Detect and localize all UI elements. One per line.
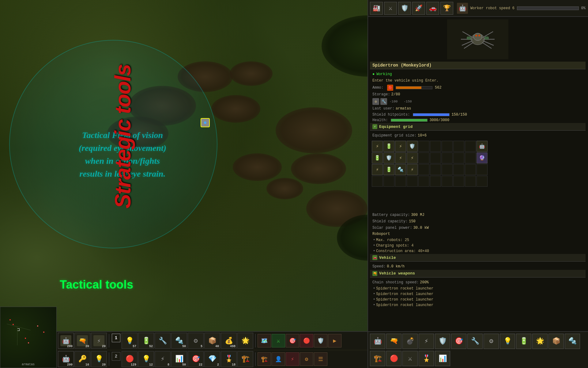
eq-cell[interactable]: [430, 152, 441, 163]
eq-cell[interactable]: [383, 176, 394, 187]
br-btn-8[interactable]: ⚙️: [484, 334, 499, 349]
tech-icon-shield[interactable]: 🛡️: [398, 2, 411, 15]
br-btn-7[interactable]: 🔧: [467, 334, 483, 349]
br-btn-1[interactable]: 🤖: [370, 334, 385, 349]
tech-icon-rocket[interactable]: 🚀: [412, 2, 425, 15]
eq-cell[interactable]: ⚡: [372, 141, 383, 152]
build-btn[interactable]: 🏗️: [258, 352, 271, 366]
target-btn[interactable]: 🎯: [286, 334, 299, 347]
br-btn-2[interactable]: 🔫: [386, 334, 401, 349]
br-btn-12[interactable]: 📦: [548, 334, 564, 349]
attack-btn[interactable]: ⚔️: [272, 334, 285, 347]
shield-btn[interactable]: 🛡️: [314, 334, 327, 347]
tech-icon-trophy[interactable]: 🏆: [440, 2, 453, 15]
br-btn-5[interactable]: 🛡️: [435, 334, 450, 349]
eq-cell[interactable]: [453, 176, 464, 187]
eq-cell[interactable]: ⚡: [395, 152, 406, 163]
hotbar-2-slot-8[interactable]: 🏗️: [237, 351, 253, 367]
eq-cell[interactable]: [442, 141, 453, 152]
hotbar-2-slot-3[interactable]: ⚡ 8: [155, 351, 171, 367]
eq-cell[interactable]: ⚡: [372, 164, 383, 175]
hotbar-1-slot-8[interactable]: 🌟: [237, 333, 253, 349]
eq-cell[interactable]: 🔋: [383, 164, 394, 175]
eq-cell[interactable]: [465, 176, 476, 187]
eq-cell[interactable]: 🔩: [395, 164, 406, 175]
eq-cell[interactable]: 🛡️: [383, 152, 394, 163]
eq-cell[interactable]: [395, 176, 406, 187]
hotbar-2-slot-5[interactable]: 🎯 22: [188, 351, 204, 367]
eq-cell[interactable]: [407, 176, 418, 187]
tech-icon-factory[interactable]: 🏭: [370, 2, 383, 15]
hotbar-2-slot-4[interactable]: 📊 50: [171, 351, 187, 367]
settings-btn[interactable]: ⚙️: [300, 352, 313, 366]
hotbar-2-slot-7[interactable]: 🎖️ 18: [221, 351, 237, 367]
br-btn-row2-2[interactable]: 🔴: [386, 351, 401, 366]
eq-cell[interactable]: [453, 164, 464, 175]
br-btn-3[interactable]: 💣: [402, 334, 418, 349]
br-btn-13[interactable]: 🔩: [565, 334, 580, 349]
menu-btn[interactable]: ☰: [314, 352, 327, 366]
minimap[interactable]: armatas: [0, 307, 57, 368]
eq-cell[interactable]: 🔋: [372, 152, 383, 163]
hotbar-1-slot-4[interactable]: 🔩 50: [171, 333, 187, 349]
eq-cell[interactable]: [418, 164, 429, 175]
character-slot-1[interactable]: 🤖 200: [58, 333, 74, 349]
bottom-toolbar[interactable]: 🤖 200 🔫 20 ⚡ 20 1 💡 57 🔋 52 🔧 🔩 5: [57, 331, 368, 368]
br-btn-11[interactable]: 🌟: [532, 334, 548, 349]
br-btn-row2-1[interactable]: 🏗️: [370, 351, 385, 366]
hotbar-1-slot-7[interactable]: 💰 498: [221, 333, 237, 349]
eq-cell[interactable]: [430, 164, 441, 175]
br-btn-6[interactable]: 🎯: [451, 334, 466, 349]
eq-cell[interactable]: [430, 176, 441, 187]
hotbar-2-slot-6[interactable]: 💎 2: [204, 351, 220, 367]
eq-cell[interactable]: [430, 141, 441, 152]
eq-cell[interactable]: [372, 176, 383, 187]
char-slot-b2[interactable]: 🔑 16: [74, 351, 90, 367]
char-slot-b1[interactable]: 🤖 200: [58, 351, 74, 367]
character-slot-2[interactable]: 🔫 20: [74, 333, 90, 349]
eq-cell[interactable]: [418, 141, 429, 152]
hotbar-1-slot-3[interactable]: 🔧: [155, 333, 171, 349]
eq-cell[interactable]: [465, 164, 476, 175]
eq-cell[interactable]: [453, 141, 464, 152]
eq-cell[interactable]: 🛡️: [407, 141, 418, 152]
expand-btn[interactable]: ▶: [328, 334, 341, 347]
gear-icon-2[interactable]: 🔧: [380, 98, 387, 105]
hotbar-1-slot-6[interactable]: 📦 40: [204, 333, 220, 349]
tech-icon-vehicle[interactable]: 🚗: [426, 2, 439, 15]
eq-cell[interactable]: [442, 152, 453, 163]
br-btn-row2-5[interactable]: 📊: [435, 351, 450, 366]
eq-cell[interactable]: 🤖: [477, 141, 488, 152]
eq-cell[interactable]: 🔮: [477, 152, 488, 163]
br-btn-4[interactable]: ⚡: [419, 334, 434, 349]
br-btn-row2-4[interactable]: 🎖️: [419, 351, 434, 366]
eq-cell[interactable]: [453, 152, 464, 163]
tech-icon-combat[interactable]: ⚔️: [384, 2, 397, 15]
hotbar-2-slot-2[interactable]: 💡 12: [138, 351, 154, 367]
eq-cell[interactable]: 🔋: [383, 141, 394, 152]
combat-btn[interactable]: ⚡: [286, 352, 299, 366]
hotbar-1-slot-2[interactable]: 🔋 52: [138, 333, 154, 349]
player-btn[interactable]: 👤: [272, 352, 285, 366]
br-btn-9[interactable]: 💡: [500, 334, 515, 349]
eq-cell[interactable]: ⚡: [407, 164, 418, 175]
character-slot-3[interactable]: ⚡ 20: [91, 333, 107, 349]
eq-cell[interactable]: ⚡: [407, 152, 418, 163]
hotbar-1-slot-5[interactable]: ⚙️ 5: [188, 333, 204, 349]
eq-cell[interactable]: [477, 164, 488, 175]
eq-cell[interactable]: [465, 152, 476, 163]
eq-cell[interactable]: [442, 176, 453, 187]
gear-icon-1[interactable]: ⚙️: [372, 98, 379, 105]
eq-cell[interactable]: [465, 141, 476, 152]
eq-cell[interactable]: [418, 176, 429, 187]
hotbar-2-slot-1[interactable]: 🔴 129: [122, 351, 138, 367]
br-btn-10[interactable]: 🔋: [516, 334, 531, 349]
br-btn-row2-3[interactable]: ⚔️: [402, 351, 418, 366]
hotbar-key-2[interactable]: 2: [112, 352, 120, 361]
eq-cell[interactable]: [477, 176, 488, 187]
eq-cell[interactable]: ⚡: [395, 141, 406, 152]
hotbar-key-1[interactable]: 1: [112, 334, 120, 342]
char-slot-b3[interactable]: 💡 20: [91, 351, 107, 367]
map-btn[interactable]: 🗺️: [258, 334, 271, 347]
alert-btn[interactable]: 🔴: [300, 334, 313, 347]
